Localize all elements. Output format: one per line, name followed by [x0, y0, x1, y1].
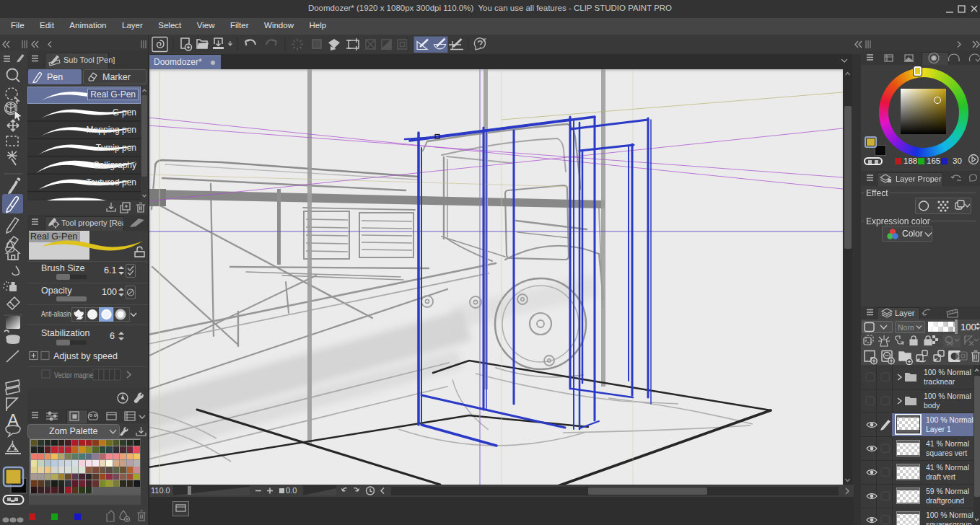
- svg-text:A: A: [7, 410, 19, 430]
